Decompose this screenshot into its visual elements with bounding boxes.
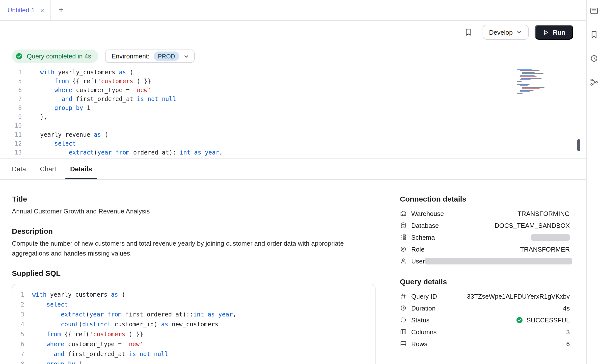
query-status-text: Query completed in 4s (27, 52, 91, 60)
environment-label: Environment: (111, 52, 149, 60)
bookmark-icon[interactable] (464, 28, 473, 37)
environment-badge: PROD (153, 52, 179, 61)
environment-selector[interactable]: Environment: PROD (105, 50, 195, 63)
detail-label: Database (411, 222, 439, 229)
code-line: 9), (0, 112, 586, 121)
editor-lines: 1with yearly_customers as (5 from {{ ref… (0, 68, 586, 157)
detail-row-status: StatusSUCCESSFUL (400, 314, 570, 326)
history-icon[interactable] (589, 54, 598, 63)
hash-icon (400, 293, 407, 300)
new-tab-button[interactable]: + (51, 0, 71, 20)
line-number: 11 (0, 130, 22, 139)
play-icon (542, 29, 549, 35)
detail-row-columns: Columns3 (400, 326, 570, 338)
supplied-sql-block: 1with yearly_customers as (2 select3 ext… (12, 284, 376, 364)
check-circle-icon (15, 52, 23, 60)
line-number: 8 (16, 359, 24, 364)
schema-icon (400, 234, 407, 241)
code-line: 7 and first_ordered_at is not null (0, 95, 586, 104)
editor-scrollbar-thumb[interactable] (577, 139, 580, 151)
line-number: 10 (0, 121, 22, 130)
results-tab-chart[interactable]: Chart (35, 159, 61, 179)
connection-details-rows: WarehouseTRANSFORMINGDatabaseDOCS_TEAM_S… (400, 208, 570, 267)
connection-details-heading: Connection details (400, 195, 570, 203)
code-text: from {{ ref('customers') }} (40, 77, 151, 86)
detail-row-rows: Rows6 (400, 338, 570, 350)
code-text: group by 1 (40, 104, 90, 112)
code-line: 8 group by 1 (0, 104, 586, 112)
detail-value (531, 234, 570, 240)
right-icon-rail (586, 0, 601, 364)
code-text: yearly_revenue as ( (40, 130, 108, 139)
code-line: 12 select (0, 139, 586, 148)
line-number: 6 (0, 86, 22, 95)
code-text: where customer_type = 'new' (40, 86, 151, 95)
line-number: 7 (0, 95, 22, 104)
details-left-column: Title Annual Customer Growth and Revenue… (12, 195, 376, 364)
status-row: Query completed in 4s Environment: PROD (12, 50, 586, 63)
code-text: select (40, 139, 76, 148)
code-text: and first_ordered_at is not null (40, 95, 176, 104)
bookmark-icon[interactable] (589, 30, 598, 39)
code-line: 6 where customer_type = 'new' (16, 339, 375, 349)
detail-row-role: RoleTRANSFORMER (400, 243, 570, 255)
detail-label: Schema (411, 234, 435, 241)
detail-value (425, 258, 573, 264)
detail-row-user: User (400, 255, 570, 267)
redacted-value (531, 234, 570, 240)
warehouse-icon (400, 210, 407, 217)
code-line: 4 count(distinct customer_id) as new_cus… (16, 319, 375, 329)
database-icon (400, 222, 407, 229)
code-line: 7 and first_ordered_at is not null (16, 349, 375, 359)
lineage-icon[interactable] (589, 78, 598, 87)
detail-label: Warehouse (411, 210, 444, 217)
line-number: 1 (16, 290, 24, 300)
results-tab-details[interactable]: Details (65, 159, 97, 179)
title-heading: Title (12, 195, 376, 203)
toolbar: Develop Run (0, 21, 586, 44)
rows-icon (400, 340, 407, 347)
sql-editor[interactable]: 1with yearly_customers as (5 from {{ ref… (0, 68, 586, 158)
detail-label: Status (411, 316, 430, 324)
detail-value: 4s (563, 304, 570, 312)
details-right-column: Connection details WarehouseTRANSFORMING… (400, 195, 570, 364)
queue-list-icon[interactable] (589, 6, 598, 15)
details-panel: Title Annual Customer Growth and Revenue… (0, 180, 586, 364)
line-number: 7 (16, 349, 24, 359)
query-details-rows: Query ID33TZseWpe1ALFDUYerxR1gVKxbvDurat… (400, 290, 570, 350)
detail-value: SUCCESSFUL (516, 316, 570, 324)
code-text: from {{ ref('customers') }} (32, 329, 143, 339)
line-number: 1 (0, 68, 22, 77)
line-number: 12 (0, 139, 22, 148)
results-tab-data[interactable]: Data (7, 159, 31, 179)
editor-minimap (517, 69, 546, 94)
role-icon (400, 246, 407, 253)
check-circle-icon (516, 316, 523, 324)
line-number: 6 (16, 339, 24, 349)
code-text: count(distinct customer_id) as new_custo… (32, 319, 218, 329)
run-button[interactable]: Run (534, 25, 573, 40)
detail-value: TRANSFORMING (518, 210, 570, 217)
line-number: 3 (16, 310, 24, 319)
redacted-value (425, 258, 573, 264)
develop-button[interactable]: Develop (483, 25, 528, 40)
detail-row-warehouse: WarehouseTRANSFORMING (400, 208, 570, 219)
develop-label: Develop (489, 28, 513, 36)
chevron-down-icon (516, 29, 522, 35)
detail-label: User (411, 257, 425, 265)
detail-value: 33TZseWpe1ALFDUYerxR1gVKxbv (467, 292, 570, 300)
clock-icon (400, 305, 407, 312)
code-text: select (32, 300, 68, 310)
code-text: extract(year from ordered_at)::int as ye… (40, 148, 223, 157)
line-number: 2 (16, 300, 24, 310)
code-text: where customer_type = 'new' (32, 339, 143, 349)
code-text: ), (40, 112, 47, 121)
description-heading: Description (12, 227, 376, 235)
detail-label: Duration (411, 304, 436, 312)
close-tab-icon[interactable]: × (40, 7, 44, 14)
code-line: 10 (0, 121, 586, 130)
code-line: 1with yearly_customers as ( (0, 68, 586, 77)
tab-untitled-1[interactable]: Untitled 1 × (0, 0, 51, 20)
code-text: with yearly_customers as ( (40, 68, 133, 77)
line-number: 9 (0, 112, 22, 121)
